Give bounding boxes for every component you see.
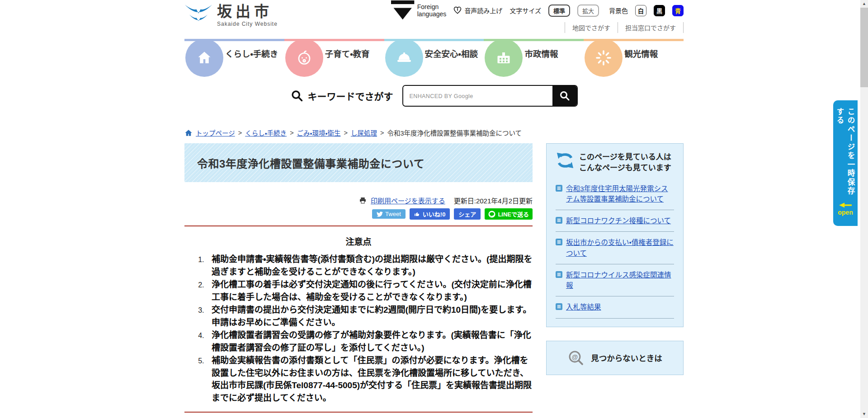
note-item: 浄化槽工事の着手は必ず交付決定通知の後に行ってください。(交付決定前に浄化槽工事… — [206, 278, 533, 303]
scroll-down-arrow[interactable]: ▼ — [860, 410, 868, 418]
related-link[interactable]: 新型コロナワクチン接種について — [566, 216, 671, 226]
related-link[interactable]: 坂出市からの支払い・債権者登録について — [566, 237, 674, 258]
nav-item-anzen[interactable]: 安全安心・相談 — [384, 39, 484, 69]
document-icon — [556, 303, 562, 310]
helmet-icon — [396, 50, 412, 66]
bg-white-button[interactable]: 白 — [635, 5, 646, 16]
printer-icon — [359, 197, 367, 204]
tweet-button[interactable]: Tweet — [372, 209, 406, 219]
notes-list: 補助金申請書・実績報告書等(添付書類含む)の提出期限は厳守ください。(提出期限を… — [193, 253, 533, 404]
open-arrow-icon — [839, 202, 852, 208]
search-icon — [291, 89, 303, 102]
save-page-tab[interactable]: このページを一時保存する open — [833, 100, 858, 226]
nav-item-kosodate[interactable]: 子育て・教育 — [284, 39, 384, 69]
save-page-label: このページを一時保存する — [835, 108, 856, 200]
facebook-like-button[interactable]: いいね!0 — [410, 208, 450, 220]
related-link-item: 坂出市からの支払い・債権者登録について — [556, 232, 674, 264]
thumbs-up-icon — [414, 211, 420, 217]
scroll-thumb[interactable] — [860, 8, 868, 87]
text-size-label: 文字サイズ — [509, 6, 541, 15]
voice-reading-link[interactable]: 音声読み上げ — [453, 6, 502, 15]
bg-color-label: 背景色 — [609, 6, 628, 15]
site-header: 坂出市 Sakaide City Website Foreign languag… — [184, 0, 684, 36]
nav-item-shisei[interactable]: 市政情報 — [484, 39, 584, 69]
twitter-bird-icon — [377, 211, 383, 217]
search-input[interactable] — [403, 86, 552, 106]
not-found-box[interactable]: @ 見つからないときは — [546, 341, 684, 375]
breadcrumb-link[interactable]: トップページ — [196, 128, 235, 137]
sidebar: このページを見ている人は こんなページも見ています 令和3年度住宅用太陽光発電シ… — [546, 143, 684, 375]
nav-item-kurashi[interactable]: くらし・手続き — [184, 39, 284, 69]
open-label: open — [838, 209, 853, 216]
line-icon — [488, 211, 495, 218]
site-title: 坂出市 — [217, 4, 278, 20]
related-link-item: 新型コロナワクチン接種について — [556, 210, 674, 232]
breadcrumb-link[interactable]: ごみ・環境・衛生 — [297, 128, 341, 137]
header-utilities: Foreign languages 音声読み上げ 文字サイズ 標準 拡大 背景色… — [391, 4, 684, 36]
sakaide-bird-logo-icon — [184, 4, 212, 28]
baby-icon — [296, 50, 312, 66]
related-link-item: 新型コロナウイルス感染症関連情報 — [556, 264, 674, 297]
note-item: 補助金申請書・実績報告書等(添付書類含む)の提出期限は厳守ください。(提出期限を… — [206, 253, 533, 278]
related-links-list: 令和3年度住宅用太陽光発電システム等設置事業補助金について 新型コロナワクチン接… — [556, 178, 674, 319]
sun-icon — [595, 50, 612, 66]
not-found-label: 見つからないときは — [591, 352, 662, 363]
bg-blue-button[interactable]: 青 — [672, 5, 684, 16]
related-link[interactable]: 新型コロナウイルス感染症関連情報 — [566, 270, 674, 291]
voice-heart-icon — [453, 6, 462, 14]
scrollbar[interactable]: ▲ ▼ — [860, 0, 868, 418]
page-container: 坂出市 Sakaide City Website Foreign languag… — [184, 0, 684, 418]
global-nav: くらし・手続き 子育て・教育 安全安心・相談 — [184, 39, 684, 69]
related-cycle-icon — [556, 153, 575, 168]
print-page-link[interactable]: 印刷用ページを表示する — [371, 196, 445, 205]
dropdown-triangle-icon — [391, 0, 414, 20]
site-search: キーワードでさがす — [184, 84, 684, 108]
find-by-map-link[interactable]: 地図でさがす — [565, 23, 618, 32]
breadcrumb-link[interactable]: くらし・手続き — [245, 128, 287, 137]
related-pages-title: このページを見ている人は こんなページも見ています — [579, 152, 671, 174]
document-icon — [556, 239, 562, 245]
search-submit-button[interactable] — [552, 86, 577, 106]
document-icon — [556, 217, 562, 224]
related-link-item: 入札等結果 — [556, 296, 674, 318]
main-content: 令和3年度浄化槽設置整備事業補助金について 印刷用ページを表示する 更新日:20… — [184, 143, 533, 418]
note-item: 交付申請書の提出から交付決定通知までに約2週間(開庁日で約10日間)を要します。… — [206, 304, 533, 329]
scroll-up-arrow[interactable]: ▲ — [860, 0, 868, 8]
breadcrumb: トップページ > くらし・手続き > ごみ・環境・衛生 > し尿処理 > 令和3… — [184, 128, 684, 137]
related-link-item: 令和3年度住宅用太陽光発電システム等設置事業補助金について — [556, 178, 674, 211]
line-share-button[interactable]: LINEで送る — [485, 208, 533, 220]
find-by-desk-link[interactable]: 担当窓口でさがす — [618, 23, 683, 32]
document-icon — [556, 185, 562, 192]
related-pages-box: このページを見ている人は こんなページも見ています 令和3年度住宅用太陽光発電シ… — [546, 143, 684, 327]
search-button-icon — [559, 90, 570, 101]
site-subtitle: Sakaide City Website — [217, 21, 278, 27]
search-label: キーワードでさがす — [308, 89, 393, 103]
updated-date: 更新日:2021年4月2日更新 — [454, 196, 533, 205]
breadcrumb-home-icon — [184, 129, 193, 137]
red-divider-bottom — [184, 412, 533, 413]
text-size-large-button[interactable]: 拡大 — [577, 5, 599, 17]
text-size-standard-button[interactable]: 標準 — [548, 5, 570, 17]
facebook-share-button[interactable]: シェア — [454, 208, 481, 220]
note-item: 浄化槽設置者講習会の受講の修了が補助対象要件となります。(実績報告書に「浄化槽設… — [206, 329, 533, 354]
breadcrumb-current: 令和3年度浄化槽設置整備事業補助金について — [387, 128, 522, 137]
red-divider-top — [184, 225, 533, 226]
page-title: 令和3年度浄化槽設置整備事業補助金について — [197, 155, 425, 171]
document-icon — [556, 271, 562, 278]
foreign-languages-menu[interactable]: Foreign languages — [391, 0, 446, 20]
svg-text:@: @ — [572, 353, 578, 360]
related-link[interactable]: 入札等結果 — [566, 302, 601, 312]
search-help-icon: @ — [567, 349, 585, 366]
breadcrumb-link[interactable]: し尿処理 — [351, 128, 377, 137]
nav-item-kankou[interactable]: 観光情報 — [584, 39, 684, 69]
page-title-banner: 令和3年度浄化槽設置整備事業補助金について — [184, 143, 533, 182]
city-hall-icon — [495, 50, 512, 66]
notes-heading: 注意点 — [184, 235, 533, 247]
related-link[interactable]: 令和3年度住宅用太陽光発電システム等設置事業補助金について — [566, 183, 674, 205]
note-item: 補助金実績報告書の添付書類として「住民票」の添付が必要になります。浄化槽を設置し… — [206, 354, 533, 404]
bg-black-button[interactable]: 黒 — [654, 5, 665, 16]
site-logo[interactable]: 坂出市 Sakaide City Website — [184, 4, 278, 36]
home-icon — [196, 50, 212, 66]
